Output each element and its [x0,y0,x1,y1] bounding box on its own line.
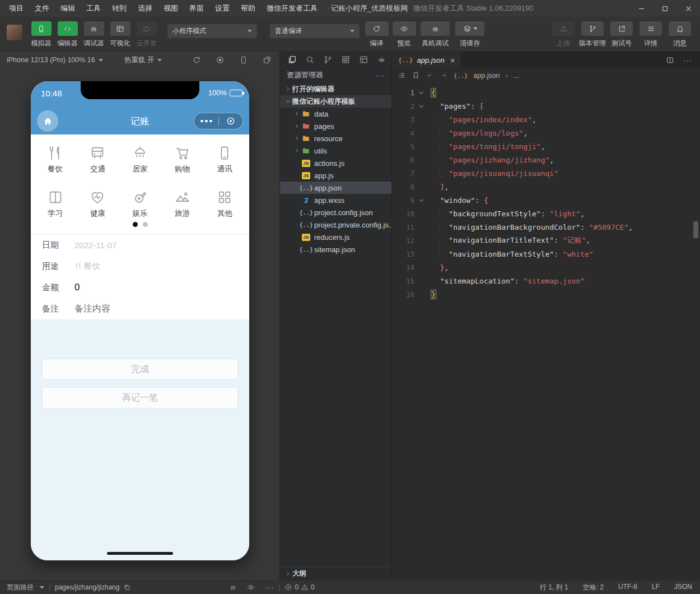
action-compile[interactable]: 编译 [363,21,390,48]
more-button[interactable] [194,120,218,123]
more-icon[interactable]: ··· [265,583,274,592]
tree-item[interactable]: data [280,108,391,120]
toggle-simulator[interactable]: 模拟器 [28,21,54,48]
category-fun[interactable]: 娱乐 [119,189,161,219]
language-mode[interactable]: JSON [674,583,692,592]
category-food[interactable]: 餐饮 [34,145,77,174]
form-row-备注[interactable]: 备注 备注内容 [42,298,249,319]
toggle-visualizer[interactable]: 可视化 [107,21,133,48]
action-remote-debug[interactable]: 真机调试 [418,21,452,48]
menu-item-9[interactable]: 帮助 [235,0,261,17]
device-selector[interactable]: iPhone 12/13 (Pro) 100% 16 [7,56,103,64]
menu-item-8[interactable]: 设置 [209,0,235,17]
static-server-icon[interactable] [359,55,368,64]
tree-item[interactable]: utils [280,145,391,157]
form-row-金额[interactable]: 金额 0 [42,277,249,298]
device-frame-icon[interactable] [239,55,248,64]
toggle-debugger[interactable]: 调试器 [81,21,107,48]
menu-item-6[interactable]: 视图 [158,0,184,17]
git-branch-icon[interactable] [323,55,333,64]
fold-chevron-icon[interactable] [414,103,428,109]
mode-dropdown[interactable]: 小程序模式 [167,24,257,38]
category-health[interactable]: 健康 [77,189,119,219]
close-button[interactable] [676,0,700,17]
extensions-icon[interactable] [341,55,351,64]
tree-item[interactable]: {..}project.config.json [280,206,391,219]
toggle-editor[interactable]: 编辑器 [54,21,81,48]
breadcrumb-file[interactable]: app.json [473,72,500,80]
action-clear-cache[interactable]: 清缓存 [452,21,487,48]
problems-indicator[interactable]: 0 0 [284,583,314,591]
more-icon[interactable]: ··· [683,56,692,64]
cursor-position[interactable]: 行 1, 列 1 [540,583,568,592]
hot-reload-toggle[interactable]: 热重载 开 [124,55,162,65]
done-button[interactable]: 完成 [42,359,238,380]
back-arrow-icon[interactable] [426,71,434,80]
tree-section-1[interactable]: 微信记账小程序模板 [280,95,391,108]
outline-section[interactable]: 大纲 [280,567,391,580]
page-path-selector[interactable]: 页面路径 [7,583,44,592]
minimize-button[interactable] [629,0,653,17]
menu-item-5[interactable]: 选择 [132,0,158,17]
bookmark-icon[interactable] [412,71,420,80]
menu-item-2[interactable]: 编辑 [55,0,81,17]
action-preview[interactable]: 预览 [390,21,418,48]
preview-eye-icon[interactable] [247,583,255,591]
outline-list-icon[interactable] [398,71,406,80]
split-editor-icon[interactable] [666,56,674,64]
tree-item[interactable]: pages [280,120,391,132]
indent-setting[interactable]: 空格: 2 [583,583,604,592]
menu-item-7[interactable]: 界面 [184,0,209,17]
encoding[interactable]: UTF-8 [618,583,637,592]
menu-item-4[interactable]: 转到 [106,0,132,17]
category-travel[interactable]: 旅游 [161,189,204,219]
action-details[interactable]: 详情 [636,21,665,48]
vconsole-bug-icon[interactable] [229,583,237,591]
toggle-cloud-dev[interactable]: 云开发 [133,21,160,48]
action-upload[interactable]: 上传 [549,21,578,48]
tree-item[interactable]: JSreducers.js [280,231,391,243]
category-cart[interactable]: 购物 [161,145,204,174]
form-row-用途[interactable]: 用途 餐饮 [42,256,249,277]
avatar[interactable] [7,25,22,40]
action-version-control[interactable]: 版本管理 [578,21,607,48]
multi-device-icon[interactable] [263,55,272,64]
form-row-日期[interactable]: 日期 2022-11-07 [42,234,249,256]
record-icon[interactable] [216,55,225,64]
breadcrumb-more[interactable]: ... [514,72,519,80]
record-again-button[interactable]: 再记一笔 [42,387,238,409]
compile-mode-dropdown[interactable]: 普通编译 [270,24,360,38]
tree-item[interactable]: 3app.wxss [280,194,391,206]
tree-item[interactable]: JSapp.js [280,169,391,182]
search-icon[interactable] [305,55,315,64]
copy-path-icon[interactable] [123,583,131,591]
code-editor[interactable]: 1 { 2 "pages": [ 3 "pages/index/index", … [392,82,700,580]
restart-icon[interactable] [192,55,201,64]
teapot-icon[interactable] [377,55,386,64]
maximize-button[interactable] [653,0,676,17]
tab-app-json[interactable]: {..} app.json × [392,52,461,68]
tree-item[interactable]: resource [280,132,391,145]
category-lamp[interactable]: 居家 [119,145,161,174]
action-messages[interactable]: 消息 [665,21,694,48]
exit-button[interactable] [219,116,243,126]
eol[interactable]: LF [652,583,660,592]
menu-item-1[interactable]: 文件 [29,0,55,17]
category-mobile[interactable]: 通讯 [203,145,246,174]
tree-item[interactable]: {..}app.json [280,182,391,194]
tree-section-0[interactable]: 打开的编辑器 [280,83,391,95]
fold-chevron-icon[interactable] [414,90,428,96]
tree-item[interactable]: {..}project.private.config.js... [280,219,391,231]
more-actions-icon[interactable]: ··· [376,71,385,80]
menu-item-3[interactable]: 工具 [81,0,106,17]
tree-item[interactable]: JSactions.js [280,157,391,169]
tree-item[interactable]: {..}sitemap.json [280,243,391,256]
menu-item-10[interactable]: 微信开发者工具 [261,0,323,17]
fold-chevron-icon[interactable] [414,197,428,203]
menu-item-0[interactable]: 项目 [3,0,29,17]
forward-arrow-icon[interactable] [440,71,448,80]
action-test-account[interactable]: 测试号 [607,21,636,48]
files-icon[interactable] [287,55,297,64]
category-bus[interactable]: 交通 [77,145,119,174]
category-book[interactable]: 学习 [34,189,77,219]
